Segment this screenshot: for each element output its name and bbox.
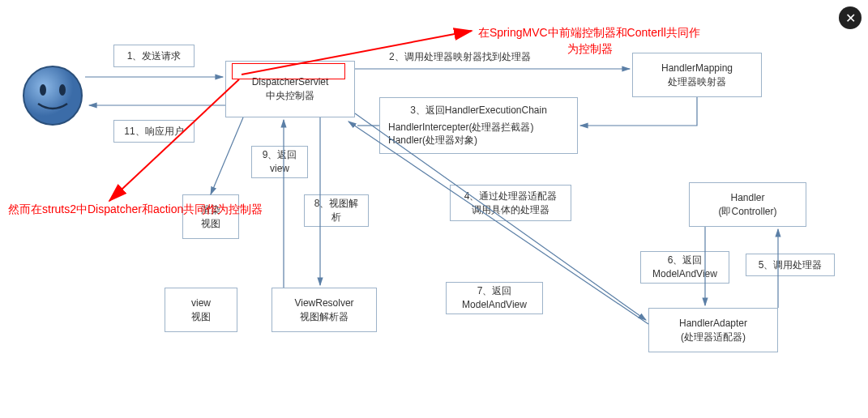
view-resolver-box: ViewResolver 视图解析器 <box>272 288 377 332</box>
render-sub: 视图 <box>201 217 220 231</box>
handler-mapping-title: HandlerMapping <box>661 62 733 75</box>
dispatcher-sub: 中央控制器 <box>266 89 314 103</box>
annotation-springmvc-line1: 在SpringMVC中前端控制器和Conterll共同作 <box>478 26 700 41</box>
edge-11-label: 11、响应用户 <box>113 120 195 143</box>
view-sub: 视图 <box>191 310 211 324</box>
edge-9-line1: 9、返回 <box>263 148 297 162</box>
red-highlight-rect <box>232 63 345 79</box>
chain-title: 3、返回HandlerExecutionChain <box>410 104 547 117</box>
edge-6-line1: 6、返回 <box>668 254 703 267</box>
chain-line1: HandlerIntercepter(处理器拦截器) <box>388 121 533 134</box>
edge-9-line2: view <box>270 162 289 176</box>
edge-8-label: 8、视图解 析 <box>304 194 369 227</box>
adapter-sub: (处理器适配器) <box>681 331 746 344</box>
annotation-springmvc-line2: 为控制器 <box>567 42 613 57</box>
user-smiley-icon <box>20 63 85 128</box>
handler-mapping-box: HandlerMapping 处理器映射器 <box>632 53 762 97</box>
edge-7-line2: ModelAndView <box>462 298 527 312</box>
view-box: view 视图 <box>165 288 237 332</box>
edge-4-line1: 4、通过处理器适配器 <box>464 190 558 203</box>
edge-2-label: 2、调用处理器映射器找到处理器 <box>389 50 531 64</box>
handler-mapping-sub: 处理器映射器 <box>668 75 726 89</box>
edge-8-line1: 8、视图解 <box>314 197 359 211</box>
svg-point-2 <box>59 84 66 96</box>
handler-box: Handler (即Controller) <box>689 182 806 227</box>
annotation-struts2: 然而在struts2中Dispatcher和action共同作为控制器 <box>8 203 263 217</box>
edge-6-line2: ModelAndView <box>652 267 717 281</box>
svg-point-0 <box>24 66 82 125</box>
execution-chain-box: 3、返回HandlerExecutionChain HandlerInterce… <box>379 97 578 154</box>
edge-7-line1: 7、返回 <box>477 284 512 298</box>
view-title: view <box>191 296 211 310</box>
view-resolver-sub: 视图解析器 <box>300 310 348 324</box>
edge-6-label: 6、返回 ModelAndView <box>640 251 729 284</box>
close-button[interactable]: ✕ <box>839 6 862 29</box>
handler-adapter-box: HandlerAdapter (处理器适配器) <box>648 308 778 352</box>
edge-4-label: 4、通过处理器适配器 调用具体的处理器 <box>450 185 571 221</box>
adapter-title: HandlerAdapter <box>679 317 747 331</box>
edge-4-line2: 调用具体的处理器 <box>472 203 549 217</box>
view-resolver-title: ViewResolver <box>294 296 353 310</box>
edge-9-label: 9、返回 view <box>251 146 308 178</box>
edge-7-label: 7、返回 ModelAndView <box>446 282 543 314</box>
edge-1-label: 1、发送请求 <box>113 45 195 67</box>
edge-5-label: 5、调用处理器 <box>746 254 835 276</box>
svg-point-1 <box>40 84 46 96</box>
edge-8-line2: 析 <box>331 211 341 224</box>
handler-title: Handler <box>730 191 764 205</box>
handler-sub: (即Controller) <box>718 205 776 219</box>
chain-line2: Handler(处理器对象) <box>388 134 477 147</box>
